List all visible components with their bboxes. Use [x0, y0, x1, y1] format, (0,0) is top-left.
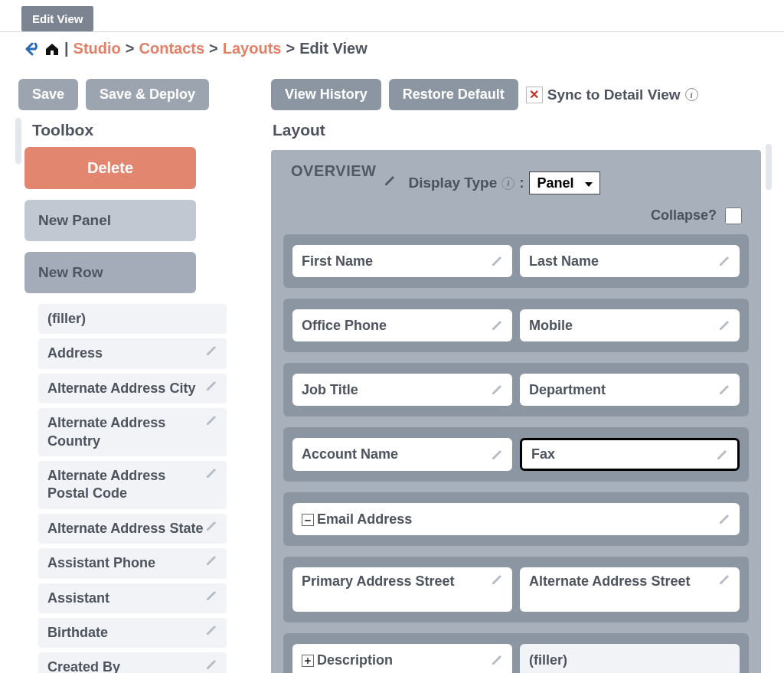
toolbox-item[interactable]: Assistant [38, 583, 227, 613]
toolbox-item-label: Assistant [47, 590, 205, 607]
toolbox-item[interactable]: Assistant Phone [38, 548, 227, 578]
save-button[interactable]: Save [18, 79, 78, 110]
breadcrumb: | Studio > Contacts > Layouts > Edit Vie… [0, 32, 784, 62]
field-label: Department [529, 382, 606, 397]
pencil-icon[interactable] [205, 658, 217, 671]
toolbox-item-label: Alternate Address Postal Code [47, 467, 205, 503]
layout-field[interactable]: Job Title [292, 374, 512, 406]
field-label: Mobile [529, 318, 573, 333]
pencil-icon[interactable] [716, 449, 728, 461]
toolbox-item[interactable]: Alternate Address Country [38, 408, 227, 456]
display-type-select[interactable]: Panel [529, 172, 600, 194]
sync-label: Sync to Detail View [547, 87, 681, 103]
toolbox-item[interactable]: Birthdate [38, 618, 227, 648]
pencil-icon[interactable] [491, 654, 503, 666]
layout-field[interactable]: Office Phone [292, 309, 512, 341]
breadcrumb-contacts[interactable]: Contacts [139, 40, 205, 57]
layout-field[interactable]: Fax [520, 438, 740, 471]
layout-field[interactable]: +Description [292, 644, 512, 673]
pencil-icon[interactable] [205, 414, 217, 426]
layout-field[interactable]: First Name [292, 245, 512, 277]
pencil-icon[interactable] [205, 624, 217, 636]
breadcrumb-layouts[interactable]: Layouts [223, 40, 282, 57]
scroll-handle-left[interactable] [15, 118, 21, 164]
field-label: Account Name [302, 446, 398, 462]
toolbox-item-label: Assistant Phone [47, 554, 205, 572]
pencil-icon[interactable] [205, 467, 217, 479]
expand-icon[interactable]: + [302, 655, 314, 667]
toolbox-item-label: Birthdate [47, 624, 205, 642]
toolbox-item[interactable]: Created By [38, 652, 227, 673]
layout-field[interactable]: Mobile [520, 309, 740, 341]
restore-default-button[interactable]: Restore Default [389, 79, 518, 110]
scroll-handle-right[interactable] [766, 144, 772, 190]
toolbox-item[interactable]: Alternate Address Postal Code [38, 461, 227, 509]
new-row-button[interactable]: New Row [24, 252, 196, 293]
layout-field[interactable]: Primary Address Street [292, 567, 512, 612]
toolbox-item[interactable]: Alternate Address State [38, 514, 227, 544]
layout-field[interactable]: Account Name [292, 438, 512, 471]
display-type-label: Display Type [408, 175, 497, 191]
layout-field[interactable]: Alternate Address Street [520, 567, 740, 612]
info-icon[interactable]: i [685, 88, 698, 101]
pencil-icon[interactable] [718, 384, 730, 396]
breadcrumb-studio[interactable]: Studio [74, 40, 121, 57]
pencil-icon[interactable] [491, 384, 503, 396]
pencil-icon[interactable] [718, 573, 730, 586]
field-label: Last Name [529, 253, 599, 269]
pencil-icon[interactable] [491, 319, 503, 332]
toolbox-item[interactable]: (filler) [38, 304, 227, 334]
field-label: Alternate Address Street [529, 573, 690, 589]
tab-edit-view[interactable]: Edit View [21, 6, 93, 31]
back-arrow-icon[interactable] [24, 42, 40, 56]
toolbox-item-label: Created By [47, 658, 205, 673]
pencil-icon[interactable] [205, 520, 217, 532]
layout-field[interactable]: Last Name [520, 245, 740, 277]
layout-row: −Email Address [283, 492, 749, 546]
pencil-icon[interactable] [491, 449, 503, 461]
pencil-icon[interactable] [718, 513, 730, 525]
toolbox-item-label: Alternate Address Country [47, 414, 205, 450]
field-label: First Name [302, 253, 373, 269]
pencil-icon[interactable] [205, 380, 217, 392]
delete-button[interactable]: Delete [24, 147, 196, 189]
layout-row: Account NameFax [283, 427, 749, 482]
save-deploy-button[interactable]: Save & Deploy [86, 79, 209, 110]
layout-field[interactable]: (filler) [520, 644, 740, 673]
sync-remove-icon[interactable]: ✕ [526, 87, 543, 103]
pencil-icon[interactable] [491, 573, 503, 586]
pencil-icon[interactable] [205, 345, 217, 357]
field-label: Email Address [317, 511, 412, 527]
toolbox-item-label: (filler) [47, 310, 217, 328]
new-panel-button[interactable]: New Panel [24, 200, 196, 241]
layout-field[interactable]: −Email Address [292, 503, 740, 535]
pencil-icon[interactable] [205, 554, 217, 567]
layout-row: Primary Address StreetAlternate Address … [283, 557, 749, 622]
toolbox-item[interactable]: Alternate Address City [38, 374, 227, 403]
toolbox-item-label: Alternate Address State [47, 520, 205, 537]
layout-row: +Description(filler) [283, 633, 749, 673]
pencil-icon[interactable] [205, 590, 217, 602]
layout-field[interactable]: Department [520, 374, 740, 406]
layout-row: Job TitleDepartment [283, 363, 749, 417]
info-icon[interactable]: i [501, 177, 514, 190]
collapse-checkbox[interactable] [725, 207, 742, 224]
field-label: Job Title [302, 382, 358, 397]
toolbox-title: Toolbox [32, 121, 248, 139]
layout-row: First NameLast Name [283, 234, 749, 288]
toolbox-item-label: Address [47, 345, 205, 362]
layout-panel: OVERVIEW Display Type i : Panel [271, 150, 761, 673]
field-label: Office Phone [302, 318, 387, 333]
toolbox-item[interactable]: Address [38, 338, 227, 368]
layout-title: Layout [273, 121, 761, 139]
pencil-icon[interactable] [384, 175, 396, 187]
collapse-icon[interactable]: − [302, 514, 314, 526]
view-history-button[interactable]: View History [271, 79, 381, 110]
panel-heading: OVERVIEW [291, 162, 376, 180]
pencil-icon[interactable] [718, 319, 730, 332]
field-label: Fax [531, 446, 555, 462]
pencil-icon[interactable] [491, 255, 503, 267]
breadcrumb-current: Edit View [299, 40, 368, 57]
home-icon[interactable] [44, 42, 60, 56]
pencil-icon[interactable] [718, 255, 730, 267]
